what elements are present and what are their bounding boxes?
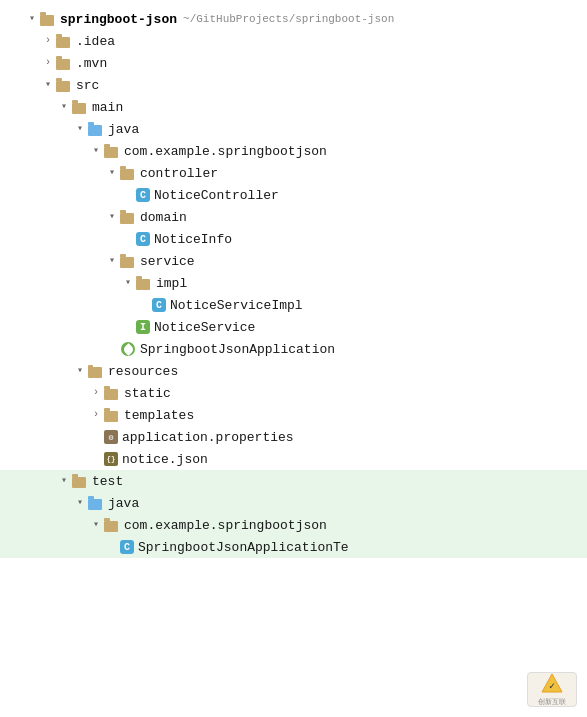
chevron-mvn[interactable] bbox=[40, 55, 56, 71]
badge-c-springbootapptest: C bbox=[120, 540, 134, 554]
folder-icon-domain bbox=[120, 211, 136, 224]
label-resources: resources bbox=[108, 364, 178, 379]
chevron-testcomexample[interactable] bbox=[88, 517, 104, 533]
tree-item-impl[interactable]: impl bbox=[0, 272, 587, 294]
badge-i-noticeservice: I bbox=[136, 320, 150, 334]
chevron-test[interactable] bbox=[56, 473, 72, 489]
label-comexample: com.example.springbootjson bbox=[124, 144, 327, 159]
chevron-java[interactable] bbox=[72, 121, 88, 137]
tree-item-idea[interactable]: .idea bbox=[0, 30, 587, 52]
path-root: ~/GitHubProjects/springboot-json bbox=[183, 13, 394, 25]
chevron-comexample[interactable] bbox=[88, 143, 104, 159]
tree-item-noticeserviceimpl[interactable]: C NoticeServiceImpl bbox=[0, 294, 587, 316]
watermark-text: 创新互联 bbox=[538, 698, 566, 707]
folder-icon-main bbox=[72, 101, 88, 114]
tree-item-controller[interactable]: controller bbox=[0, 162, 587, 184]
folder-icon-service bbox=[120, 255, 136, 268]
label-testcomexample: com.example.springbootjson bbox=[124, 518, 327, 533]
folder-icon-testjava bbox=[88, 497, 104, 510]
file-tree: springboot-json ~/GitHubProjects/springb… bbox=[0, 0, 587, 717]
chevron-templates[interactable] bbox=[88, 407, 104, 423]
watermark: ✓ 创新互联 bbox=[527, 672, 577, 707]
label-src: src bbox=[76, 78, 99, 93]
label-domain: domain bbox=[140, 210, 187, 225]
label-appprops: application.properties bbox=[122, 430, 294, 445]
label-noticecontroller: NoticeController bbox=[154, 188, 279, 203]
tree-item-noticeinfo[interactable]: C NoticeInfo bbox=[0, 228, 587, 250]
folder-icon-testcomexample bbox=[104, 519, 120, 532]
tree-item-noticeservice[interactable]: I NoticeService bbox=[0, 316, 587, 338]
tree-item-noticejson[interactable]: {} notice.json bbox=[0, 448, 587, 470]
tree-item-src[interactable]: src bbox=[0, 74, 587, 96]
folder-icon-src bbox=[56, 79, 72, 92]
label-idea: .idea bbox=[76, 34, 115, 49]
badge-c-noticecontroller: C bbox=[136, 188, 150, 202]
tree-item-mvn[interactable]: .mvn bbox=[0, 52, 587, 74]
tree-item-test[interactable]: test bbox=[0, 470, 587, 492]
tree-item-testjava[interactable]: java bbox=[0, 492, 587, 514]
folder-icon-impl bbox=[136, 277, 152, 290]
chevron-service[interactable] bbox=[104, 253, 120, 269]
tree-item-comexample[interactable]: com.example.springbootjson bbox=[0, 140, 587, 162]
badge-spring-springbootapp bbox=[120, 341, 136, 357]
tree-item-testcomexample[interactable]: com.example.springbootjson bbox=[0, 514, 587, 536]
chevron-src[interactable] bbox=[40, 77, 56, 93]
label-static: static bbox=[124, 386, 171, 401]
folder-icon-mvn bbox=[56, 57, 72, 70]
chevron-static[interactable] bbox=[88, 385, 104, 401]
tree-item-domain[interactable]: domain bbox=[0, 206, 587, 228]
folder-icon-java bbox=[88, 123, 104, 136]
folder-icon-test bbox=[72, 475, 88, 488]
tree-item-root[interactable]: springboot-json ~/GitHubProjects/springb… bbox=[0, 8, 587, 30]
chevron-resources[interactable] bbox=[72, 363, 88, 379]
chevron-testjava[interactable] bbox=[72, 495, 88, 511]
badge-json-noticejson: {} bbox=[104, 452, 118, 466]
folder-icon-resources bbox=[88, 365, 104, 378]
chevron-impl[interactable] bbox=[120, 275, 136, 291]
badge-c-noticeserviceimpl: C bbox=[152, 298, 166, 312]
label-impl: impl bbox=[156, 276, 187, 291]
tree-item-resources[interactable]: resources bbox=[0, 360, 587, 382]
chevron-controller[interactable] bbox=[104, 165, 120, 181]
label-noticeserviceimpl: NoticeServiceImpl bbox=[170, 298, 303, 313]
label-springbootapp: SpringbootJsonApplication bbox=[140, 342, 335, 357]
tree-item-appprops[interactable]: ⚙ application.properties bbox=[0, 426, 587, 448]
chevron-main[interactable] bbox=[56, 99, 72, 115]
label-noticeservice: NoticeService bbox=[154, 320, 255, 335]
tree-item-noticecontroller[interactable]: C NoticeController bbox=[0, 184, 587, 206]
label-noticeinfo: NoticeInfo bbox=[154, 232, 232, 247]
folder-icon-comexample bbox=[104, 145, 120, 158]
label-noticejson: notice.json bbox=[122, 452, 208, 467]
folder-icon-root bbox=[40, 13, 56, 26]
tree-item-java[interactable]: java bbox=[0, 118, 587, 140]
label-service: service bbox=[140, 254, 195, 269]
label-root: springboot-json bbox=[60, 12, 177, 27]
tree-item-service[interactable]: service bbox=[0, 250, 587, 272]
chevron-domain[interactable] bbox=[104, 209, 120, 225]
tree-item-springbootapp[interactable]: SpringbootJsonApplication bbox=[0, 338, 587, 360]
label-templates: templates bbox=[124, 408, 194, 423]
label-java: java bbox=[108, 122, 139, 137]
chevron-idea[interactable] bbox=[40, 33, 56, 49]
tree-item-springbootapptest[interactable]: C SpringbootJsonApplicationTe bbox=[0, 536, 587, 558]
label-springbootapptest: SpringbootJsonApplicationTe bbox=[138, 540, 349, 555]
label-test: test bbox=[92, 474, 123, 489]
tree-item-static[interactable]: static bbox=[0, 382, 587, 404]
folder-icon-idea bbox=[56, 35, 72, 48]
folder-icon-controller bbox=[120, 167, 136, 180]
badge-props-appprops: ⚙ bbox=[104, 430, 118, 444]
tree-item-main[interactable]: main bbox=[0, 96, 587, 118]
badge-c-noticeinfo: C bbox=[136, 232, 150, 246]
label-controller: controller bbox=[140, 166, 218, 181]
tree-item-templates[interactable]: templates bbox=[0, 404, 587, 426]
folder-icon-static bbox=[104, 387, 120, 400]
label-testjava: java bbox=[108, 496, 139, 511]
label-mvn: .mvn bbox=[76, 56, 107, 71]
label-main: main bbox=[92, 100, 123, 115]
folder-icon-templates bbox=[104, 409, 120, 422]
svg-text:✓: ✓ bbox=[549, 681, 555, 692]
chevron-root[interactable] bbox=[24, 11, 40, 27]
